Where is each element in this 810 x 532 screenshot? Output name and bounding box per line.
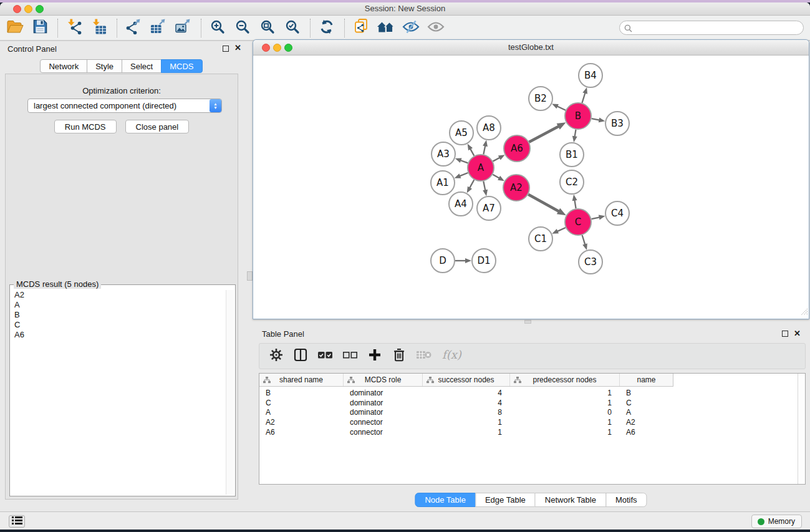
table-cell[interactable]: 1 xyxy=(510,428,620,437)
tab-node-table[interactable]: Node Table xyxy=(415,493,476,507)
column-header-name[interactable]: name xyxy=(620,374,673,386)
table-toolbar-select-all-button[interactable] xyxy=(317,348,333,364)
close-traffic-light[interactable] xyxy=(13,5,21,13)
tab-network-table[interactable]: Network Table xyxy=(535,493,606,507)
toolbar-clone-network-button[interactable] xyxy=(351,19,371,37)
table-cell[interactable]: A xyxy=(620,408,673,417)
tab-edge-table[interactable]: Edge Table xyxy=(475,493,536,507)
optimization-criterion-dropdown[interactable]: largest connected component (directed) ▲… xyxy=(27,99,222,113)
table-cell[interactable]: C xyxy=(620,399,673,407)
toolbar-export-table-button[interactable] xyxy=(148,19,168,37)
edge-A-A6[interactable] xyxy=(493,158,499,162)
search-input[interactable] xyxy=(619,21,804,35)
float-panel-icon[interactable] xyxy=(223,46,229,52)
table-toolbar-create-column-button[interactable] xyxy=(367,348,382,364)
column-header-shared-name[interactable]: shared name xyxy=(259,374,344,386)
edge-A-A7[interactable] xyxy=(483,181,485,191)
network-zoom-traffic-light[interactable] xyxy=(284,44,292,52)
table-row[interactable]: Bdominator41B xyxy=(259,388,798,398)
result-list-item[interactable]: C xyxy=(11,320,225,330)
edge-A-A4[interactable] xyxy=(470,180,474,188)
edge-A2-C[interactable] xyxy=(528,195,559,211)
table-cell[interactable]: connector xyxy=(344,418,423,427)
table-toolbar-deselect-all-button[interactable] xyxy=(342,348,358,364)
resize-grip-icon[interactable] xyxy=(800,307,808,318)
table-toolbar-table-options-button[interactable] xyxy=(269,348,284,364)
toolbar-import-table-button[interactable] xyxy=(89,19,109,37)
task-history-button[interactable] xyxy=(9,515,25,528)
toolbar-export-image-button[interactable] xyxy=(173,19,193,37)
edge-C-C2[interactable] xyxy=(574,200,576,209)
table-cell[interactable]: dominator xyxy=(344,389,423,397)
result-list-item[interactable]: A2 xyxy=(11,290,225,300)
table-cell[interactable]: dominator xyxy=(344,399,423,407)
edge-B-B1[interactable] xyxy=(575,130,576,137)
table-scrollbar[interactable] xyxy=(798,374,805,484)
table-cell[interactable]: connector xyxy=(344,428,423,437)
close-panel-icon[interactable]: ✕ xyxy=(234,45,241,51)
edge-A-A2[interactable] xyxy=(493,175,499,178)
table-toolbar-show-columns-button[interactable] xyxy=(293,348,308,364)
table-cell[interactable]: 4 xyxy=(423,389,510,397)
table-cell[interactable]: C xyxy=(259,399,344,407)
table-cell[interactable]: A6 xyxy=(259,428,344,437)
network-window-titlebar[interactable]: testGlobe.txt xyxy=(253,40,809,56)
edge-C-C3[interactable] xyxy=(582,235,586,244)
toolbar-import-network-button[interactable] xyxy=(64,19,84,37)
close-panel-button[interactable]: Close panel xyxy=(125,120,190,133)
toolbar-zoom-fit-button[interactable] xyxy=(258,19,277,37)
result-list-item[interactable]: A xyxy=(11,300,225,310)
table-row[interactable]: A2connector11A2 xyxy=(259,417,798,427)
toolbar-hide-graphics-details-button[interactable] xyxy=(401,19,421,37)
memory-button[interactable]: Memory xyxy=(751,515,802,528)
toolbar-refresh-button[interactable] xyxy=(317,19,337,37)
toolbar-open-file-button[interactable] xyxy=(5,19,25,37)
toolbar-save-session-button[interactable] xyxy=(30,19,50,37)
toolbar-zoom-out-button[interactable] xyxy=(233,19,253,37)
column-header-MCDS-role[interactable]: MCDS role xyxy=(344,374,423,386)
edge-A-A3[interactable] xyxy=(460,160,468,163)
table-row[interactable]: Adominator80A xyxy=(259,408,798,418)
result-list-item[interactable]: B xyxy=(11,310,225,320)
table-cell[interactable]: A6 xyxy=(620,428,673,437)
minimize-traffic-light[interactable] xyxy=(24,5,32,13)
edge-B-B4[interactable] xyxy=(582,93,585,103)
network-canvas[interactable]: B4B2BB3A8A5A6A3B1AC2A1A2A4A7C4CC1C3DD1 xyxy=(253,56,809,319)
horizontal-split-handle[interactable] xyxy=(524,320,531,324)
table-cell[interactable]: A2 xyxy=(620,418,673,427)
table-cell[interactable]: B xyxy=(620,389,673,397)
result-list-scrollbar[interactable] xyxy=(226,290,234,495)
run-mcds-button[interactable]: Run MCDS xyxy=(54,120,117,133)
edge-A-A1[interactable] xyxy=(460,173,468,176)
table-toolbar-delete-column-button[interactable] xyxy=(392,348,407,364)
edge-B-B2[interactable] xyxy=(557,106,566,110)
column-header-predecessor-nodes[interactable]: predecessor nodes xyxy=(510,374,620,386)
toolbar-home-button[interactable] xyxy=(376,19,396,37)
close-table-panel-icon[interactable]: ✕ xyxy=(794,331,801,337)
tab-motifs[interactable]: Motifs xyxy=(605,493,647,507)
table-cell[interactable]: 1 xyxy=(423,418,510,427)
toolbar-zoom-in-button[interactable] xyxy=(208,19,228,37)
table-cell[interactable]: dominator xyxy=(344,408,423,417)
tab-mcds[interactable]: MCDS xyxy=(161,59,202,73)
table-cell[interactable]: 4 xyxy=(423,399,510,407)
table-cell[interactable]: 1 xyxy=(510,418,620,427)
table-row[interactable]: Cdominator41C xyxy=(259,398,798,408)
toolbar-zoom-selected-button[interactable] xyxy=(282,19,302,37)
network-close-traffic-light[interactable] xyxy=(262,44,270,52)
table-cell[interactable]: 1 xyxy=(423,428,510,437)
zoom-traffic-light[interactable] xyxy=(36,5,44,13)
table-cell[interactable]: A xyxy=(259,408,344,417)
edge-C-C4[interactable] xyxy=(591,217,599,219)
edge-A6-B[interactable] xyxy=(529,126,559,142)
table-cell[interactable]: 1 xyxy=(510,399,620,407)
tab-style[interactable]: Style xyxy=(87,59,122,73)
window-titlebar[interactable]: Session: New Session xyxy=(0,2,810,16)
network-graph[interactable]: B4B2BB3A8A5A6A3B1AC2A1A2A4A7C4CC1C3DD1 xyxy=(253,56,809,319)
tab-network[interactable]: Network xyxy=(40,59,87,73)
edge-A-A8[interactable] xyxy=(483,145,485,154)
edge-C-C1[interactable] xyxy=(557,228,565,231)
table-cell[interactable]: A2 xyxy=(259,418,344,427)
edge-A-A5[interactable] xyxy=(470,148,474,155)
table-cell[interactable]: 0 xyxy=(510,408,620,417)
